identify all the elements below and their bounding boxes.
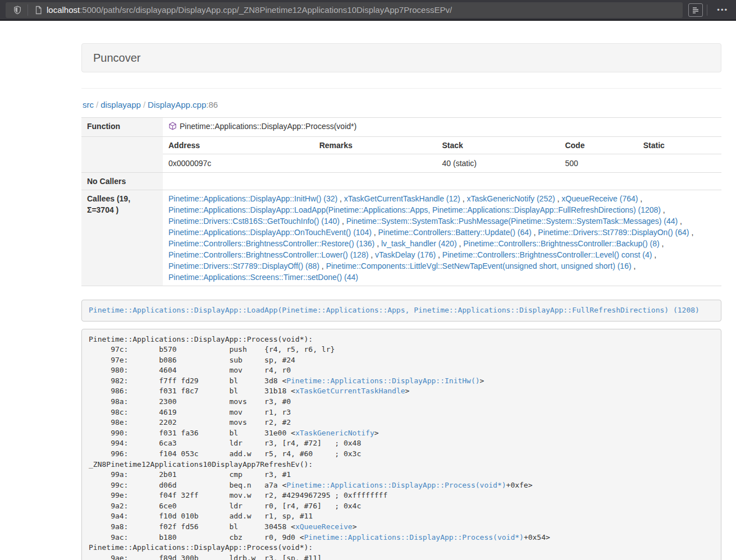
summary-header-static: Static [638, 137, 721, 154]
toolbar-divider [707, 4, 707, 16]
highlighted-symbol-box: Pinetime::Applications::DisplayApp::Load… [81, 300, 721, 322]
overflow-menu-icon[interactable]: ••• [715, 6, 730, 14]
summary-header-code: Code [559, 137, 637, 154]
asm-symbol-link[interactable]: Pinetime::Applications::DisplayApp::Proc… [286, 481, 506, 489]
breadcrumb-link-src[interactable]: src [83, 100, 94, 109]
summary-table-cell: AddressRemarksStackCodeStatic 0x0000097c… [163, 137, 721, 173]
summary-header-remarks: Remarks [314, 137, 437, 154]
summary-label-cell [81, 137, 163, 173]
summary-row: AddressRemarksStackCodeStatic 0x0000097c… [81, 137, 721, 173]
callers-row: No Callers [81, 173, 721, 190]
asm-symbol-link[interactable]: Pinetime::Applications::DisplayApp::Init… [286, 377, 479, 385]
summary-value-address: 0x0000097c [163, 154, 314, 173]
summary-header-address: Address [163, 137, 314, 154]
page-title: Puncover [93, 52, 141, 64]
urlbar-divider [28, 4, 28, 16]
callee-link[interactable]: Pinetime::Drivers::Cst816S::GetTouchInfo… [168, 217, 340, 226]
callee-link[interactable]: Pinetime::Controllers::Battery::Update()… [378, 228, 532, 237]
asm-symbol-link[interactable]: xTaskGetCurrentTaskHandle [295, 387, 405, 395]
url-host: localhost [47, 5, 80, 15]
callees-label: Callees (19, Σ=3704 ) [81, 190, 163, 286]
asm-symbol-link[interactable]: xQueueReceive [295, 522, 353, 531]
callee-link[interactable]: Pinetime::System::SystemTask::PushMessag… [346, 217, 678, 226]
no-callers-label: No Callers [81, 173, 163, 190]
summary-value-row: 0x0000097c40 (static)500 [163, 154, 721, 173]
callee-link[interactable]: Pinetime::Controllers::BrightnessControl… [168, 250, 368, 259]
breadcrumb-line-number: :86 [206, 100, 218, 109]
symbol-cube-icon [168, 122, 177, 134]
summary-table: AddressRemarksStackCodeStatic 0x0000097c… [163, 137, 721, 172]
callee-link[interactable]: lv_task_handler (420) [381, 239, 457, 248]
function-detail-table: Function Pinetime::Applications::Display… [81, 117, 721, 286]
summary-value-stack: 40 (static) [437, 154, 560, 173]
disassembly-block: Pinetime::Applications::DisplayApp::Proc… [81, 329, 721, 560]
breadcrumb-link-displayapp[interactable]: displayapp [100, 100, 141, 109]
callee-link[interactable]: Pinetime::Controllers::BrightnessControl… [463, 239, 659, 248]
reader-view-icon[interactable] [688, 3, 703, 17]
callee-link[interactable]: Pinetime::Drivers::St7789::DisplayOn() (… [538, 228, 689, 237]
summary-value-static [638, 154, 721, 173]
function-name-link[interactable]: Pinetime::Applications::DisplayApp::Proc… [180, 122, 356, 131]
callee-link[interactable]: Pinetime::Applications::DisplayApp::Init… [168, 194, 337, 203]
callee-link[interactable]: Pinetime::Applications::DisplayApp::OnTo… [168, 228, 372, 237]
callee-link[interactable]: Pinetime::Applications::DisplayApp::Load… [168, 205, 661, 214]
breadcrumb-separator: / [94, 100, 100, 109]
callees-row: Callees (19, Σ=3704 ) Pinetime::Applicat… [81, 190, 721, 286]
breadcrumb: src/displayapp/DisplayApp.cpp:86 [83, 100, 721, 109]
asm-symbol-link[interactable]: xTaskGenericNotify [295, 429, 374, 437]
url-bar[interactable]: localhost:5000/path/src/displayapp/Displ… [6, 2, 683, 18]
divider [81, 88, 721, 89]
callee-link[interactable]: Pinetime::Drivers::St7789::DisplayOff() … [168, 261, 319, 270]
callers-cell [163, 173, 721, 190]
app-header-panel: Puncover [81, 43, 721, 72]
summary-value-remarks [314, 154, 437, 173]
callee-link[interactable]: xTaskGenericNotify (252) [467, 194, 555, 203]
breadcrumb-link-displayapp-cpp[interactable]: DisplayApp.cpp [148, 100, 206, 109]
summary-header-row: AddressRemarksStackCodeStatic [163, 137, 721, 154]
asm-symbol-link[interactable]: Pinetime::Applications::DisplayApp::Proc… [304, 533, 524, 541]
function-name-cell: Pinetime::Applications::DisplayApp::Proc… [163, 118, 721, 137]
callee-link[interactable]: xQueueReceive (764) [561, 194, 638, 203]
callee-link[interactable]: Pinetime::Applications::Screens::Timer::… [168, 273, 358, 282]
callees-list: Pinetime::Applications::DisplayApp::Init… [163, 190, 721, 286]
toolbar-actions: ••• [688, 3, 730, 17]
summary-header-stack: Stack [437, 137, 560, 154]
url-text[interactable]: localhost:5000/path/src/displayapp/Displ… [47, 5, 452, 15]
function-row: Function Pinetime::Applications::Display… [81, 118, 721, 137]
callee-link[interactable]: Pinetime::Controllers::BrightnessControl… [168, 239, 374, 248]
callee-link[interactable]: vTaskDelay (176) [375, 250, 436, 259]
page-container: Puncover src/displayapp/DisplayApp.cpp:8… [81, 21, 721, 560]
callee-link[interactable]: xTaskGetCurrentTaskHandle (12) [344, 194, 460, 203]
callee-link[interactable]: Pinetime::Controllers::BrightnessControl… [442, 250, 652, 259]
highlighted-symbol-link[interactable]: Pinetime::Applications::DisplayApp::Load… [89, 306, 700, 314]
callee-link[interactable]: Pinetime::Components::LittleVgl::SetNewT… [326, 261, 632, 270]
summary-value-code: 500 [559, 154, 637, 173]
function-label: Function [81, 118, 163, 137]
url-path: :5000/path/src/displayapp/DisplayApp.cpp… [80, 5, 452, 15]
shield-icon[interactable] [11, 4, 24, 16]
browser-toolbar: localhost:5000/path/src/displayapp/Displ… [0, 0, 736, 21]
page-info-icon[interactable] [32, 4, 44, 16]
breadcrumb-separator: / [141, 100, 148, 109]
